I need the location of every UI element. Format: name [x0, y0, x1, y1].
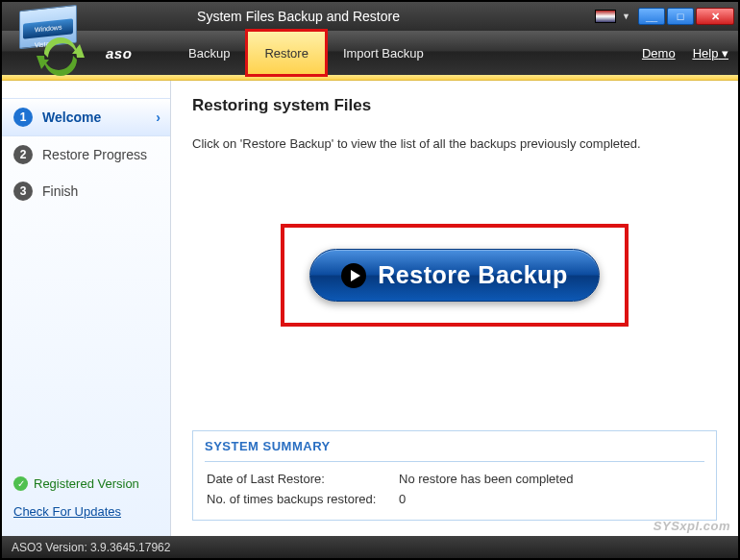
- summary-value: No restore has been completed: [399, 472, 573, 486]
- tab-label: Backup: [188, 46, 230, 61]
- step-label: Finish: [42, 183, 78, 199]
- flag-icon: [595, 10, 616, 23]
- button-label: Restore Backup: [378, 261, 567, 289]
- content: Restoring system Files Click on 'Restore…: [171, 81, 738, 536]
- step-label: Restore Progress: [42, 147, 147, 162]
- demo-link[interactable]: Demo: [642, 46, 676, 61]
- sidebar: 1 Welcome 2 Restore Progress 3 Finish ✓ …: [2, 81, 171, 536]
- tab-restore[interactable]: Restore: [247, 31, 326, 75]
- maximize-button[interactable]: □: [667, 8, 694, 25]
- play-icon: [341, 263, 366, 288]
- steps-list: 1 Welcome 2 Restore Progress 3 Finish: [2, 81, 170, 209]
- page-title: Restoring system Files: [192, 96, 717, 115]
- summary-value: 0: [399, 492, 406, 506]
- window-controls: __ □ ✕: [638, 8, 734, 25]
- tab-backup[interactable]: Backup: [171, 31, 247, 75]
- titlebar: System Files Backup and Restore ▼ __ □ ✕: [2, 2, 738, 31]
- summary-key: Date of Last Restore:: [207, 472, 399, 486]
- summary-row: Date of Last Restore: No restore has bee…: [207, 472, 703, 486]
- close-button[interactable]: ✕: [696, 8, 734, 25]
- toolbar: aso Backup Restore Import Backup Demo He…: [2, 31, 738, 75]
- restore-backup-button[interactable]: Restore Backup: [309, 249, 599, 302]
- step-welcome[interactable]: 1 Welcome: [2, 98, 170, 136]
- summary-header: SYSTEM SUMMARY: [205, 439, 704, 462]
- step-finish[interactable]: 3 Finish: [2, 173, 170, 209]
- sidebar-footer: ✓ Registered Version Check For Updates: [2, 467, 170, 536]
- step-number: 1: [13, 108, 33, 127]
- main: 1 Welcome 2 Restore Progress 3 Finish ✓ …: [2, 81, 738, 536]
- minimize-button[interactable]: __: [638, 8, 665, 25]
- page-description: Click on 'Restore Backup' to view the li…: [192, 136, 717, 151]
- app-icon: Windows Vista: [12, 8, 98, 75]
- registered-label: Registered Version: [34, 476, 139, 491]
- toolbar-links: Demo Help ▾: [642, 46, 728, 61]
- summary-row: No. of times backups restored: 0: [207, 492, 703, 506]
- tab-label: Restore: [264, 46, 308, 61]
- recycle-arrows-icon: [37, 37, 85, 77]
- summary-key: No. of times backups restored:: [207, 492, 399, 506]
- step-label: Welcome: [42, 110, 101, 125]
- highlight-box: Restore Backup: [281, 224, 628, 327]
- registered-status: ✓ Registered Version: [13, 476, 159, 491]
- tab-import-backup[interactable]: Import Backup: [326, 31, 441, 75]
- step-number: 3: [13, 182, 33, 201]
- step-number: 2: [13, 145, 33, 164]
- help-link[interactable]: Help ▾: [693, 46, 728, 61]
- check-icon: ✓: [13, 476, 28, 491]
- system-summary: SYSTEM SUMMARY Date of Last Restore: No …: [192, 430, 717, 521]
- tab-label: Import Backup: [343, 46, 424, 61]
- language-selector[interactable]: ▼: [595, 10, 630, 23]
- watermark-text: SYSxpl.com: [654, 519, 730, 533]
- version-text: ASO3 Version: 3.9.3645.17962: [12, 541, 170, 554]
- chevron-down-icon: ▼: [622, 12, 630, 21]
- step-restore-progress[interactable]: 2 Restore Progress: [2, 136, 170, 173]
- status-bar: ASO3 Version: 3.9.3645.17962: [2, 536, 738, 558]
- check-updates-link[interactable]: Check For Updates: [13, 504, 159, 519]
- tabs: Backup Restore Import Backup: [171, 31, 441, 75]
